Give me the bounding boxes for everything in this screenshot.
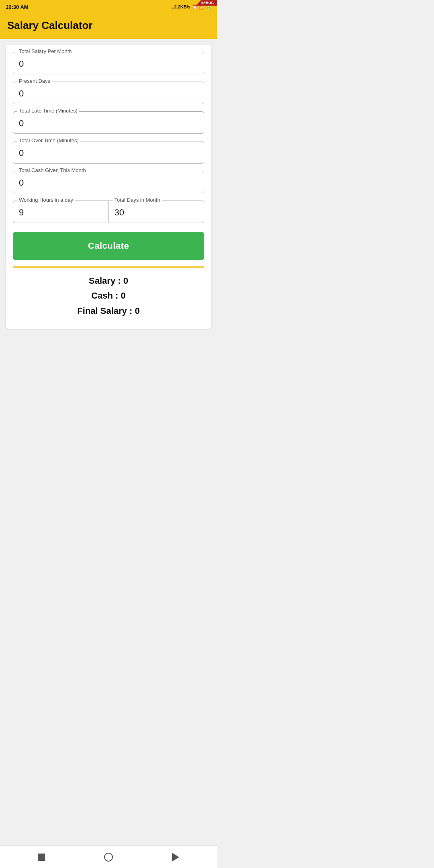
main-card: Total Salary Per Month Present Days Tota… xyxy=(6,45,211,329)
result-divider xyxy=(13,266,204,268)
status-time: 10:30 AM xyxy=(6,4,29,10)
debug-badge: DEBUG xyxy=(196,0,217,6)
cash-given-field-group: Total Cash Given This Month xyxy=(13,171,204,193)
total-days-label: Total Days in Month xyxy=(113,197,162,203)
over-time-field-group: Total Over Time (Minutes) xyxy=(13,141,204,164)
working-hours-field-group: Working Hours in a day xyxy=(13,201,108,223)
salary-input[interactable] xyxy=(19,56,198,69)
total-days-field-group: Total Days in Month xyxy=(108,201,205,223)
total-days-input[interactable] xyxy=(115,205,199,218)
page-bottom-spacer xyxy=(0,334,217,362)
late-time-input[interactable] xyxy=(19,116,198,129)
present-days-label: Present Days xyxy=(17,78,52,84)
input-row: Working Hours in a day Total Days in Mon… xyxy=(13,201,204,223)
app-bar: Salary Calculator xyxy=(0,14,217,39)
cash-given-input[interactable] xyxy=(19,175,198,188)
late-time-field-group: Total Late Time (Minutes) xyxy=(13,111,204,134)
salary-label: Total Salary Per Month xyxy=(17,48,74,54)
network-speed: ...2.2KB/s xyxy=(170,4,190,9)
status-bar: 10:30 AM ...2.2KB/s ⏰ 📶 🔋 DEBUG xyxy=(0,0,217,14)
working-hours-label: Working Hours in a day xyxy=(17,197,75,203)
salary-result: Salary : 0 xyxy=(13,273,204,288)
late-time-label: Total Late Time (Minutes) xyxy=(17,108,79,114)
over-time-input[interactable] xyxy=(19,145,198,158)
final-salary-result: Final Salary : 0 xyxy=(13,303,204,318)
present-days-field-group: Present Days xyxy=(13,82,204,104)
over-time-label: Total Over Time (Minutes) xyxy=(17,137,80,143)
cash-result: Cash : 0 xyxy=(13,288,204,303)
result-section: Salary : 0 Cash : 0 Final Salary : 0 xyxy=(13,273,204,321)
salary-field-group: Total Salary Per Month xyxy=(13,52,204,74)
calculate-button[interactable]: Calculate xyxy=(13,232,204,260)
working-hours-input[interactable] xyxy=(19,205,103,218)
present-days-input[interactable] xyxy=(19,86,198,99)
cash-given-label: Total Cash Given This Month xyxy=(17,167,88,173)
app-title: Salary Calculator xyxy=(7,19,92,31)
bottom-fields-row: Working Hours in a day Total Days in Mon… xyxy=(13,201,204,223)
